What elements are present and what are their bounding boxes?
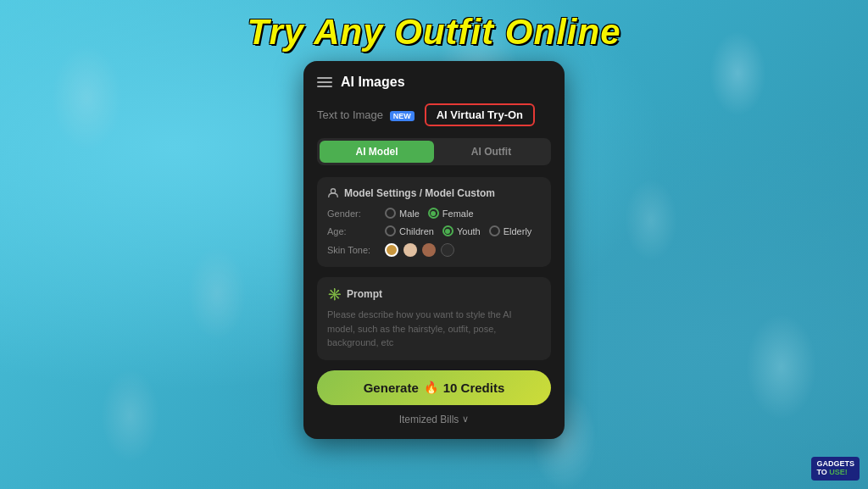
card-title: AI Images xyxy=(341,75,405,90)
nav-tabs: Text to Image NEW AI Virtual Try-On xyxy=(317,103,551,126)
age-youth[interactable]: Youth xyxy=(442,225,481,236)
chevron-down-icon: ∨ xyxy=(462,414,469,425)
menu-icon[interactable] xyxy=(317,77,332,87)
fire-icon: 🔥 xyxy=(424,381,438,394)
gender-options: Male Female xyxy=(385,208,474,219)
page-title: Try Any Outfit Online xyxy=(0,12,868,53)
youth-label: Youth xyxy=(457,226,481,236)
user-icon xyxy=(327,187,339,199)
children-radio[interactable] xyxy=(385,225,396,236)
skin-tone-row: Skin Tone: xyxy=(327,243,541,257)
prompt-textarea[interactable]: Please describe how you want to style th… xyxy=(327,308,541,350)
gender-row: Gender: Male Female xyxy=(327,208,541,219)
prompt-header: ✳️ Prompt xyxy=(327,287,541,301)
text-to-image-label[interactable]: Text to Image NEW xyxy=(317,108,415,121)
gender-label: Gender: xyxy=(327,208,378,219)
male-label: Male xyxy=(399,208,420,219)
ai-virtual-tab[interactable]: AI Virtual Try-On xyxy=(425,103,535,126)
skin-tone-1[interactable] xyxy=(385,243,398,257)
card-footer: Itemized Bills ∨ xyxy=(317,414,551,425)
prompt-title: Prompt xyxy=(347,288,382,300)
card-header: AI Images xyxy=(317,75,551,90)
svg-point-0 xyxy=(331,189,335,193)
skin-tone-options xyxy=(385,243,454,257)
female-radio[interactable] xyxy=(428,208,439,219)
section-header: Model Settings / Model Custom xyxy=(327,187,541,199)
age-elderly[interactable]: Elderly xyxy=(489,225,532,236)
elderly-label: Elderly xyxy=(504,226,532,236)
youth-radio[interactable] xyxy=(442,225,453,236)
itemized-bills-link[interactable]: Itemized Bills xyxy=(399,414,459,425)
model-settings-section: Model Settings / Model Custom Gender: Ma… xyxy=(317,177,551,267)
skin-tone-3[interactable] xyxy=(422,243,436,257)
age-label: Age: xyxy=(327,226,378,236)
sun-icon: ✳️ xyxy=(327,287,342,301)
generate-button[interactable]: Generate 🔥 10 Credits xyxy=(317,370,551,405)
elderly-radio[interactable] xyxy=(489,225,500,236)
watermark-text: GADGETS TO USE! xyxy=(816,460,854,477)
skin-tone-4[interactable] xyxy=(441,243,454,257)
ai-outfit-tab[interactable]: AI Outfit xyxy=(434,141,548,163)
prompt-section: ✳️ Prompt Please describe how you want t… xyxy=(317,277,551,360)
gender-female[interactable]: Female xyxy=(428,208,474,219)
age-row: Age: Children Youth Elderly xyxy=(327,225,541,236)
skin-tone-2[interactable] xyxy=(403,243,417,257)
ai-model-tab[interactable]: AI Model xyxy=(320,141,434,163)
female-label: Female xyxy=(442,208,474,219)
watermark-box: GADGETS TO USE! xyxy=(811,457,860,481)
new-badge: NEW xyxy=(390,111,415,121)
section-title: Model Settings / Model Custom xyxy=(344,187,495,199)
age-options: Children Youth Elderly xyxy=(385,225,531,236)
sub-tabs: AI Model AI Outfit xyxy=(317,138,551,165)
children-label: Children xyxy=(399,226,434,236)
main-card: AI Images Text to Image NEW AI Virtual T… xyxy=(303,61,565,439)
gender-male[interactable]: Male xyxy=(385,208,420,219)
watermark: GADGETS TO USE! xyxy=(811,457,860,481)
male-radio[interactable] xyxy=(385,208,396,219)
age-children[interactable]: Children xyxy=(385,225,434,236)
skin-tone-label: Skin Tone: xyxy=(327,245,378,255)
